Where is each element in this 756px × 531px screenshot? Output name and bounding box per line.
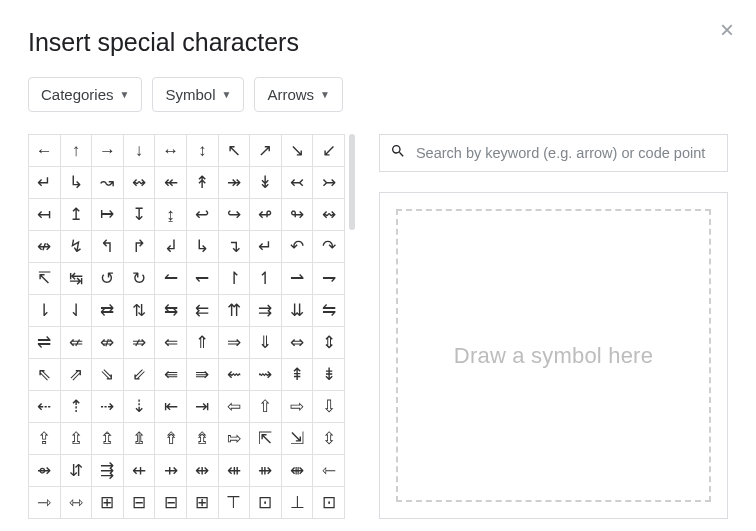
character-cell[interactable]: ⇦ [219,391,251,423]
character-cell[interactable]: ⇽ [313,455,345,487]
symbol-dropdown[interactable]: Symbol ▼ [152,77,244,112]
character-cell[interactable]: ↳ [187,231,219,263]
character-cell[interactable]: ⇵ [61,455,93,487]
character-cell[interactable]: ↧ [124,199,156,231]
character-cell[interactable]: ⇃ [61,295,93,327]
character-cell[interactable]: ⇝ [250,359,282,391]
character-cell[interactable]: ↱ [124,231,156,263]
character-cell[interactable]: ↷ [313,231,345,263]
character-cell[interactable]: ↦ [92,199,124,231]
character-cell[interactable]: ↸ [29,263,61,295]
character-cell[interactable]: ⇀ [282,263,314,295]
character-cell[interactable]: ↨ [155,199,187,231]
character-cell[interactable]: ⇾ [29,487,61,519]
character-cell[interactable]: ⇣ [124,391,156,423]
character-cell[interactable]: ⇑ [187,327,219,359]
character-cell[interactable]: ⇒ [219,327,251,359]
character-cell[interactable]: ⊡ [250,487,282,519]
character-cell[interactable]: ↭ [313,199,345,231]
character-cell[interactable]: ⇻ [250,455,282,487]
character-cell[interactable]: ⇮ [155,423,187,455]
character-cell[interactable]: ↵ [29,167,61,199]
character-cell[interactable]: ↣ [313,167,345,199]
character-cell[interactable]: ⇕ [313,327,345,359]
character-cell[interactable]: ⇯ [187,423,219,455]
character-cell[interactable]: ↵ [250,231,282,263]
character-cell[interactable]: ↯ [61,231,93,263]
character-cell[interactable]: ⇗ [61,359,93,391]
character-cell[interactable]: ⇔ [282,327,314,359]
character-cell[interactable]: ↾ [219,263,251,295]
character-cell[interactable]: ⇬ [92,423,124,455]
character-cell[interactable]: ↤ [29,199,61,231]
close-button[interactable]: × [720,18,734,42]
character-cell[interactable]: ⇆ [155,295,187,327]
character-cell[interactable]: ⊤ [219,487,251,519]
character-cell[interactable]: ⇼ [282,455,314,487]
character-cell[interactable]: ⇱ [250,423,282,455]
character-cell[interactable]: ⇠ [29,391,61,423]
character-cell[interactable]: ⇡ [61,391,93,423]
character-cell[interactable]: ⇇ [187,295,219,327]
character-cell[interactable]: ↼ [155,263,187,295]
character-cell[interactable]: ⇢ [92,391,124,423]
character-cell[interactable]: ⇹ [187,455,219,487]
character-cell[interactable]: ↫ [250,199,282,231]
character-cell[interactable]: ⇥ [187,391,219,423]
character-cell[interactable]: ↰ [92,231,124,263]
character-cell[interactable]: ⇌ [29,327,61,359]
character-cell[interactable]: ⇷ [124,455,156,487]
character-cell[interactable]: ⇁ [313,263,345,295]
character-cell[interactable]: ⇍ [61,327,93,359]
character-cell[interactable]: ↺ [92,263,124,295]
character-cell[interactable]: ↗ [250,135,282,167]
character-cell[interactable]: ↝ [92,167,124,199]
character-cell[interactable]: ⇚ [155,359,187,391]
character-cell[interactable]: ⇶ [92,455,124,487]
character-cell[interactable]: ⇭ [124,423,156,455]
character-cell[interactable]: ⇉ [250,295,282,327]
character-cell[interactable]: ↲ [155,231,187,263]
character-cell[interactable]: ↪ [219,199,251,231]
character-cell[interactable]: ⇞ [282,359,314,391]
draw-canvas[interactable]: Draw a symbol here [396,209,711,502]
character-cell[interactable]: ⇙ [124,359,156,391]
grid-scrollbar[interactable] [349,134,357,519]
character-cell[interactable]: ⇟ [313,359,345,391]
character-cell[interactable]: ⇜ [219,359,251,391]
character-cell[interactable]: ↬ [282,199,314,231]
character-cell[interactable]: ↡ [250,167,282,199]
character-cell[interactable]: ⇲ [282,423,314,455]
character-cell[interactable]: ↮ [29,231,61,263]
character-cell[interactable]: ↘ [282,135,314,167]
character-cell[interactable]: ↹ [61,263,93,295]
character-cell[interactable]: ↕ [187,135,219,167]
character-cell[interactable]: ↟ [187,167,219,199]
character-cell[interactable]: ⇴ [29,455,61,487]
character-cell[interactable]: ⇖ [29,359,61,391]
character-cell[interactable]: ⇤ [155,391,187,423]
character-cell[interactable]: ⊟ [124,487,156,519]
character-cell[interactable]: ⇩ [313,391,345,423]
character-cell[interactable]: ⇰ [219,423,251,455]
character-cell[interactable]: ⇨ [282,391,314,423]
character-cell[interactable]: ⇘ [92,359,124,391]
character-cell[interactable]: ↴ [219,231,251,263]
character-cell[interactable]: → [92,135,124,167]
character-cell[interactable]: ⇎ [92,327,124,359]
character-cell[interactable]: ⇺ [219,455,251,487]
character-cell[interactable]: ↙ [313,135,345,167]
character-cell[interactable]: ⊞ [187,487,219,519]
character-cell[interactable]: ↖ [219,135,251,167]
search-input[interactable] [414,144,717,162]
character-cell[interactable]: ↞ [155,167,187,199]
character-cell[interactable]: ⊟ [155,487,187,519]
character-cell[interactable]: ⇛ [187,359,219,391]
character-cell[interactable]: ↔ [155,135,187,167]
character-cell[interactable]: ↥ [61,199,93,231]
character-cell[interactable]: ⇪ [29,423,61,455]
character-cell[interactable]: ⇓ [250,327,282,359]
character-cell[interactable]: ⊡ [313,487,345,519]
character-cell[interactable]: ⇋ [313,295,345,327]
character-cell[interactable]: ⇧ [250,391,282,423]
